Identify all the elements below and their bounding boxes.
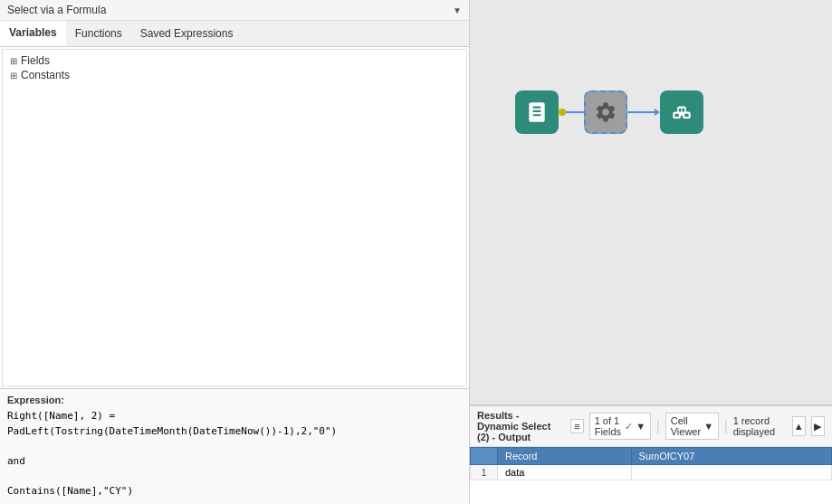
cell-viewer-dropdown-icon: ▼ <box>703 421 713 432</box>
canvas-area <box>470 0 832 404</box>
formula-dropdown-icon[interactable]: ▼ <box>453 5 462 15</box>
tree-panel: ⊞ Fields ⊞ Constants <box>2 49 467 386</box>
up-arrow-icon: ▲ <box>794 421 804 432</box>
binoculars-icon <box>669 100 694 125</box>
expression-section: Expression: Right([Name], 2) = PadLeft(T… <box>0 388 469 504</box>
workflow-nodes <box>515 90 703 134</box>
results-title: Results - Dynamic Select (2) - Output <box>477 410 563 442</box>
results-controls: ≡ 1 of 1 Fields ✓ ▼ | Cell Viewer ▼ | <box>570 413 825 440</box>
gear-icon <box>593 100 618 125</box>
fields-selector-text: 1 of 1 Fields <box>595 415 622 437</box>
connector-dot-1 <box>559 109 566 116</box>
results-table: Record SumOfCY07 1 data <box>470 447 832 504</box>
up-arrow-button[interactable]: ▲ <box>792 416 806 436</box>
cell-rownum-1: 1 <box>471 465 498 480</box>
tabs-bar: Variables Functions Saved Expressions <box>0 21 469 47</box>
formula-header: Select via a Formula ▼ <box>0 0 469 21</box>
data-table: Record SumOfCY07 1 data <box>470 447 832 480</box>
formula-header-text: Select via a Formula <box>7 4 106 16</box>
cell-sumofcy07-1 <box>631 465 831 480</box>
cell-viewer-label: Cell Viewer <box>671 415 701 437</box>
tree-label-fields: Fields <box>21 54 50 67</box>
table-icon: ≡ <box>574 421 579 432</box>
node-output[interactable] <box>660 90 703 134</box>
left-panel: Select via a Formula ▼ Variables Functio… <box>0 0 470 504</box>
cell-record-1: data <box>498 465 632 480</box>
fields-dropdown-icon: ▼ <box>636 421 646 432</box>
record-count: 1 record displayed <box>733 415 787 437</box>
fields-icon-group: ≡ <box>570 419 583 433</box>
connector-2 <box>627 109 660 116</box>
tree-label-constants: Constants <box>21 69 70 81</box>
results-panel: Results - Dynamic Select (2) - Output ≡ … <box>470 404 832 504</box>
book-icon <box>524 100 550 125</box>
fields-selector[interactable]: 1 of 1 Fields ✓ ▼ <box>589 413 651 440</box>
tree-item-fields[interactable]: ⊞ Fields <box>10 53 459 68</box>
results-header: Results - Dynamic Select (2) - Output ≡ … <box>470 406 832 447</box>
tree-item-constants[interactable]: ⊞ Constants <box>10 68 459 82</box>
col-header-record: Record <box>498 448 632 465</box>
checkmark-icon: ✓ <box>625 421 633 433</box>
node-input[interactable] <box>515 90 559 134</box>
tab-variables[interactable]: Variables <box>0 21 66 46</box>
table-header-row: Record SumOfCY07 <box>471 448 832 465</box>
tab-functions[interactable]: Functions <box>66 21 131 46</box>
connector-1 <box>559 109 584 116</box>
tab-saved-expressions[interactable]: Saved Expressions <box>131 21 243 46</box>
connector-line-1 <box>566 111 584 113</box>
expression-text: Right([Name], 2) = PadLeft(Tostring(Date… <box>7 409 462 499</box>
right-panel: Results - Dynamic Select (2) - Output ≡ … <box>470 0 832 504</box>
divider-1: | <box>656 419 660 433</box>
cell-viewer-button[interactable]: Cell Viewer ▼ <box>665 413 719 440</box>
main-container: Select via a Formula ▼ Variables Functio… <box>0 0 832 504</box>
menu-icon: ▶ <box>814 421 821 433</box>
expression-label: Expression: <box>7 395 462 405</box>
col-header-rownum <box>471 448 498 465</box>
expand-icon-constants: ⊞ <box>10 71 17 81</box>
node-formula[interactable] <box>584 90 627 134</box>
connector-line-2 <box>627 111 655 113</box>
table-row: 1 data <box>471 465 832 480</box>
expand-icon-fields: ⊞ <box>10 56 17 66</box>
menu-button[interactable]: ▶ <box>811 416 825 436</box>
col-header-sumofcy07: SumOfCY07 <box>631 448 831 465</box>
divider-2: | <box>724 419 728 433</box>
